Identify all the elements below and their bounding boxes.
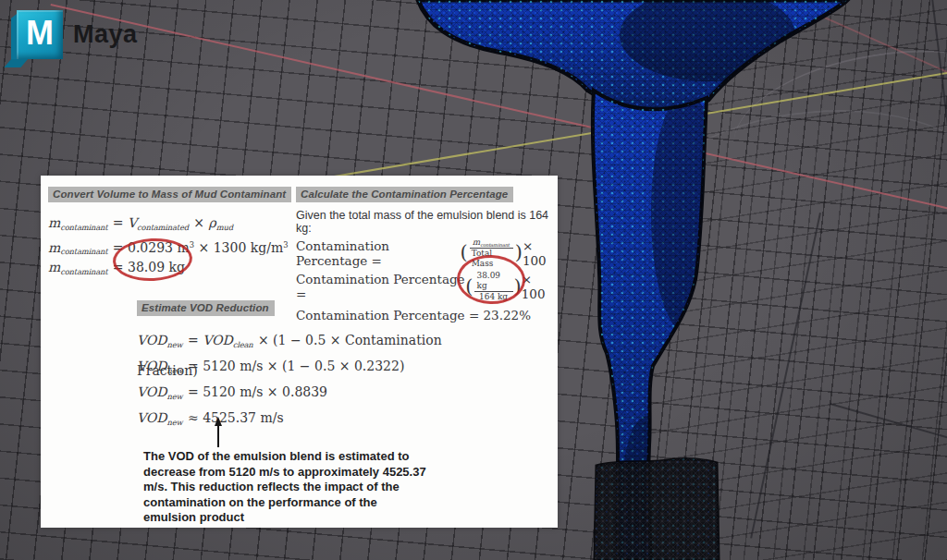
section-intro-text: Given the total mass of the emulsion ble…	[296, 209, 557, 235]
equation: VODnew = 5120 m/s × (1 − 0.5 × 0.2322)	[137, 353, 470, 379]
section-header: Estimate VOD Reduction	[137, 300, 275, 316]
calculation-panel: Convert Volume to Mass of Mud Contaminan…	[41, 176, 558, 528]
section-header: Calculate the Contamination Percentage	[296, 187, 513, 202]
collection-container	[595, 458, 719, 560]
section-header: Convert Volume to Mass of Mud Contaminan…	[48, 187, 291, 202]
vod-explanation-text: The VOD of the emulsion blend is estimat…	[143, 449, 432, 526]
equation: VODnew = VODclean × (1 − 0.5 × Contamina…	[137, 327, 470, 353]
section-vod-reduction: Estimate VOD Reduction VODnew = VODclean…	[137, 298, 470, 431]
equation-block: VODnew = VODclean × (1 − 0.5 × Contamina…	[137, 327, 470, 431]
up-arrow-annotation	[217, 421, 219, 447]
maya-logo-letter: M	[26, 17, 54, 50]
app-title: Maya	[73, 20, 138, 49]
equation: VODnew = 5120 m/s × 0.8839	[137, 379, 470, 405]
maya-logo-cube-face: M	[17, 10, 63, 59]
equation: mcontaminant = Vcontaminated × ρmud	[48, 212, 294, 234]
equation: VODnew ≈ 4525.37 m/s	[137, 405, 470, 431]
maya-logo: M	[9, 7, 67, 67]
maya-screenshot: M Maya Convert Volume to Mass of Mud Con…	[0, 0, 947, 560]
